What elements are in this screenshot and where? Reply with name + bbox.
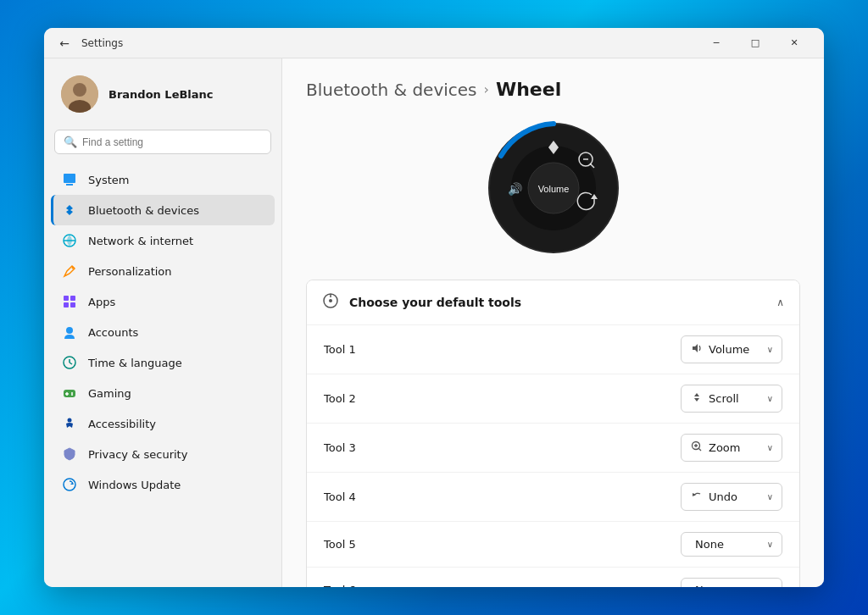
- tool-row-2: Tool 2 Scroll ∨: [307, 374, 799, 423]
- personalization-icon: [61, 263, 78, 280]
- sidebar-item-system[interactable]: System: [51, 164, 275, 195]
- tool-select-3[interactable]: Zoom ∨: [681, 434, 782, 462]
- svg-text:Volume: Volume: [537, 184, 569, 194]
- settings-window: ← Settings ─ □ ✕ Brandon LeBlanc: [44, 28, 824, 587]
- search-box[interactable]: 🔍: [54, 130, 271, 154]
- search-icon: 🔍: [64, 136, 77, 148]
- tool-select-1[interactable]: Volume ∨: [681, 335, 782, 363]
- tool-label-1: Tool 1: [324, 343, 356, 356]
- svg-text:🔊: 🔊: [507, 182, 522, 197]
- tool-select-inner-6: None: [690, 584, 724, 587]
- tool-row-4: Tool 4 Undo ∨: [307, 472, 799, 521]
- svg-line-15: [70, 363, 72, 364]
- sidebar-item-time[interactable]: Time & language: [51, 347, 275, 378]
- tool-select-inner-3: Zoom: [690, 440, 740, 456]
- window-controls: ─ □ ✕: [697, 28, 814, 58]
- svg-rect-9: [70, 296, 75, 301]
- tool-chevron-6: ∨: [767, 585, 773, 587]
- svg-point-19: [71, 392, 73, 394]
- sidebar-item-network[interactable]: Network & internet: [51, 225, 275, 256]
- sidebar-item-label: Bluetooth & devices: [88, 204, 199, 217]
- close-button[interactable]: ✕: [775, 28, 814, 58]
- sidebar-item-gaming[interactable]: Gaming: [51, 378, 275, 408]
- svg-point-21: [68, 418, 72, 423]
- tool-select-inner-1: Volume: [690, 341, 749, 357]
- avatar: [61, 75, 98, 113]
- sidebar-item-label: System: [88, 174, 129, 186]
- tool-label-5: Tool 5: [324, 538, 356, 551]
- svg-point-20: [71, 394, 73, 396]
- titlebar: ← Settings ─ □ ✕: [44, 28, 824, 58]
- network-icon: [61, 232, 78, 249]
- svg-point-12: [66, 327, 73, 334]
- tool-select-inner-2: Scroll: [690, 391, 739, 407]
- sidebar-item-label: Apps: [88, 296, 115, 308]
- search-input[interactable]: [82, 136, 262, 148]
- user-profile[interactable]: Brandon LeBlanc: [51, 69, 275, 119]
- tool-select-inner-5: None: [690, 538, 724, 551]
- tool-value-6: None: [695, 584, 724, 587]
- sidebar-item-update[interactable]: Windows Update: [51, 469, 275, 500]
- accessibility-icon: [61, 415, 78, 432]
- nav-list: System Bluetooth & devices Network & int…: [51, 164, 275, 500]
- tool-row-1: Tool 1 Volume ∨: [307, 324, 799, 374]
- sidebar-item-label: Time & language: [88, 357, 182, 369]
- tool-chevron-2: ∨: [767, 394, 773, 403]
- section-chevron: ∧: [776, 296, 784, 308]
- svg-point-1: [73, 83, 86, 97]
- tool-icon-1: [690, 341, 704, 357]
- tool-label-4: Tool 4: [324, 490, 356, 503]
- svg-point-7: [72, 267, 75, 269]
- svg-marker-37: [694, 393, 699, 396]
- user-name: Brandon LeBlanc: [108, 88, 214, 101]
- sidebar-item-label: Windows Update: [88, 479, 181, 491]
- tool-label-6: Tool 6: [324, 584, 356, 587]
- back-button[interactable]: ←: [54, 33, 75, 53]
- tool-value-5: None: [695, 538, 724, 551]
- sidebar-item-label: Accounts: [88, 326, 138, 339]
- tool-row-5: Tool 5 None ∨: [307, 521, 799, 567]
- tool-icon-4: [690, 489, 704, 505]
- tools-icon: [322, 292, 339, 313]
- sidebar-item-label: Gaming: [88, 387, 131, 400]
- minimize-button[interactable]: ─: [697, 28, 736, 58]
- section-header[interactable]: Choose your default tools ∧: [307, 280, 799, 324]
- tool-select-2[interactable]: Scroll ∨: [681, 385, 782, 413]
- svg-rect-11: [70, 302, 75, 308]
- section-header-left: Choose your default tools: [322, 292, 521, 313]
- sidebar: Brandon LeBlanc 🔍 System Bluetooth & dev…: [44, 58, 281, 587]
- content-area: Brandon LeBlanc 🔍 System Bluetooth & dev…: [44, 58, 824, 587]
- sidebar-item-bluetooth[interactable]: Bluetooth & devices: [51, 195, 275, 225]
- svg-rect-8: [64, 296, 69, 301]
- sidebar-item-privacy[interactable]: Privacy & security: [51, 439, 275, 469]
- svg-point-35: [329, 299, 332, 302]
- tool-select-5[interactable]: None ∨: [681, 532, 782, 557]
- sidebar-item-accessibility[interactable]: Accessibility: [51, 408, 275, 439]
- system-icon: [61, 171, 78, 188]
- sidebar-item-apps[interactable]: Apps: [51, 286, 275, 317]
- wheel-visual: Volume 🔊: [486, 120, 621, 256]
- tool-select-4[interactable]: Undo ∨: [681, 483, 782, 511]
- tools-section: Choose your default tools ∧ Tool 1 Volum…: [306, 280, 800, 587]
- sidebar-item-accounts[interactable]: Accounts: [51, 317, 275, 347]
- svg-line-40: [699, 449, 702, 452]
- sidebar-item-label: Personalization: [88, 265, 172, 278]
- svg-rect-4: [66, 184, 73, 186]
- tool-label-3: Tool 3: [324, 441, 356, 454]
- tool-chevron-4: ∨: [767, 492, 773, 501]
- tool-select-6[interactable]: None ∨: [681, 578, 782, 587]
- tool-chevron-3: ∨: [767, 443, 773, 452]
- gaming-icon: [61, 385, 78, 402]
- breadcrumb-parent[interactable]: Bluetooth & devices: [306, 80, 477, 100]
- tool-select-inner-4: Undo: [690, 489, 737, 505]
- tool-icon-3: [690, 440, 704, 456]
- maximize-button[interactable]: □: [736, 28, 775, 58]
- tool-value-4: Undo: [709, 490, 737, 503]
- sidebar-item-label: Accessibility: [88, 418, 156, 430]
- tool-chevron-1: ∨: [767, 345, 773, 354]
- window-title: Settings: [81, 37, 123, 49]
- sidebar-item-personalization[interactable]: Personalization: [51, 256, 275, 286]
- apps-icon: [61, 293, 78, 310]
- time-icon: [61, 354, 78, 371]
- svg-rect-3: [64, 174, 75, 183]
